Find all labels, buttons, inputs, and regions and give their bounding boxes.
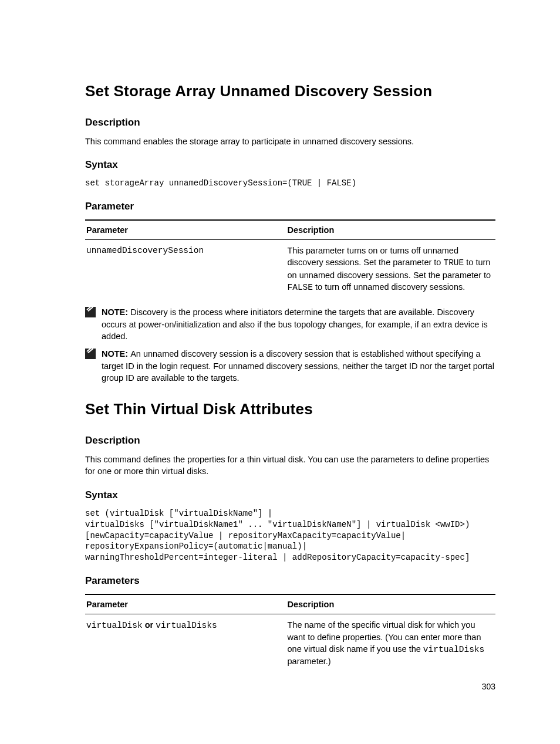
section-title: Set Thin Virtual Disk Attributes — [85, 400, 495, 418]
param-description: The name of the specific virtual disk fo… — [286, 614, 496, 672]
section-title: Set Storage Array Unnamed Discovery Sess… — [85, 82, 495, 100]
note-text: NOTE: An unnamed discovery session is a … — [102, 348, 495, 384]
note-icon — [85, 349, 96, 359]
parameters-heading: Parameters — [85, 575, 495, 587]
note-block: NOTE: Discovery is the process where ini… — [85, 306, 495, 342]
table-row: virtualDisk or virtualDisks The name of … — [85, 614, 495, 672]
description-text: This command defines the properties for … — [85, 454, 495, 478]
param-description: This parameter turns on or turns off unn… — [286, 240, 496, 299]
note-icon — [85, 307, 96, 317]
parameter-table: Parameter Description unnamedDiscoverySe… — [85, 219, 495, 298]
syntax-heading: Syntax — [85, 159, 495, 171]
table-header-description: Description — [286, 594, 496, 614]
syntax-code: set storageArray unnamedDiscoverySession… — [85, 178, 495, 189]
table-row: unnamedDiscoverySession This parameter t… — [85, 240, 495, 299]
description-text: This command enables the storage array t… — [85, 136, 495, 147]
table-header-parameter: Parameter — [85, 220, 286, 240]
table-header-description: Description — [286, 220, 496, 240]
syntax-heading: Syntax — [85, 489, 495, 501]
page-number: 303 — [482, 682, 495, 691]
parameter-heading: Parameter — [85, 201, 495, 212]
note-text: NOTE: Discovery is the process where ini… — [102, 306, 495, 342]
description-heading: Description — [85, 117, 495, 128]
table-header-parameter: Parameter — [85, 594, 286, 614]
param-name: unnamedDiscoverySession — [85, 240, 286, 299]
description-heading: Description — [85, 435, 495, 447]
param-name: virtualDisk or virtualDisks — [85, 614, 286, 672]
syntax-code: set (virtualDisk ["virtualDiskName"] | v… — [85, 508, 495, 563]
note-block: NOTE: An unnamed discovery session is a … — [85, 348, 495, 384]
parameters-table: Parameter Description virtualDisk or vir… — [85, 594, 495, 672]
